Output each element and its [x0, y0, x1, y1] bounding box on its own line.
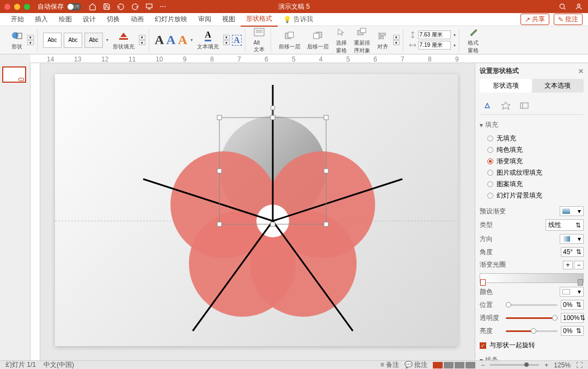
- remove-stop-button[interactable]: −: [574, 261, 584, 269]
- share-button[interactable]: ↗共享: [520, 14, 549, 25]
- wordart-style-1[interactable]: A: [155, 33, 164, 47]
- text-effects-button[interactable]: ▾: [223, 40, 230, 45]
- slide-canvas[interactable]: [30, 63, 475, 360]
- normal-view-button[interactable]: [433, 362, 443, 368]
- tab-review[interactable]: 审阅: [193, 13, 217, 26]
- home-icon[interactable]: [89, 3, 96, 10]
- fill-solid[interactable]: 纯色填充: [487, 144, 584, 156]
- shape-fill-button[interactable]: 形状填充: [111, 29, 137, 52]
- close-icon[interactable]: [4, 4, 10, 10]
- gradient-direction-select[interactable]: ▾: [560, 234, 584, 244]
- zoom-level[interactable]: 125%: [554, 361, 571, 369]
- bring-forward-button[interactable]: 前移一层: [277, 29, 303, 52]
- brightness-slider[interactable]: [506, 330, 558, 332]
- text-fill-button[interactable]: A 文本填充: [195, 29, 221, 52]
- text-box-button[interactable]: ▾: [27, 40, 34, 45]
- selection-pane-button[interactable]: 选择 窗格: [333, 25, 350, 56]
- fill-none[interactable]: 无填充: [487, 133, 584, 144]
- shape-style-3[interactable]: Abc: [84, 33, 103, 48]
- reading-view-button[interactable]: [455, 362, 464, 368]
- group-button[interactable]: ▾: [393, 35, 400, 40]
- fit-to-window-button[interactable]: ⛶: [576, 361, 583, 369]
- shape-style-more[interactable]: ▾: [106, 38, 108, 42]
- shape-style-1[interactable]: Abc: [43, 33, 62, 48]
- save-icon[interactable]: [103, 3, 111, 10]
- tab-start[interactable]: 开始: [5, 13, 29, 26]
- brightness-input[interactable]: 0%⇅: [561, 326, 584, 336]
- position-input[interactable]: 0%⇅: [561, 300, 584, 310]
- account-icon[interactable]: [575, 3, 583, 10]
- comments-button[interactable]: ✎批注: [554, 14, 583, 25]
- shape-style-2[interactable]: Abc: [64, 33, 82, 48]
- slide-thumbnail-1[interactable]: [2, 66, 26, 83]
- close-pane-icon[interactable]: ✕: [578, 67, 584, 75]
- size-properties-icon[interactable]: [519, 100, 530, 111]
- stop-color-select[interactable]: ▾: [560, 287, 584, 297]
- tab-animations[interactable]: 动画: [125, 13, 149, 26]
- zoom-in-button[interactable]: +: [544, 361, 548, 369]
- shape-outline-button[interactable]: ▾: [139, 35, 145, 40]
- gradient-stop-2[interactable]: [578, 279, 583, 286]
- gradient-type-select[interactable]: 线性⇅: [546, 219, 584, 231]
- tab-draw[interactable]: 绘图: [53, 13, 77, 26]
- fill-line-icon[interactable]: [482, 100, 493, 111]
- sorter-view-button[interactable]: [444, 362, 454, 368]
- tell-me[interactable]: 💡 告诉我: [278, 13, 318, 26]
- shape-button[interactable]: 形状: [9, 29, 25, 52]
- undo-icon[interactable]: [117, 3, 125, 10]
- maximize-icon[interactable]: [24, 4, 30, 10]
- tab-design[interactable]: 设计: [77, 13, 101, 26]
- tab-view[interactable]: 视图: [217, 13, 241, 26]
- add-stop-button[interactable]: +: [563, 261, 573, 269]
- alt-text-button[interactable]: Alt 文本: [251, 26, 267, 54]
- fill-pattern[interactable]: 图案填充: [487, 179, 584, 190]
- width-input[interactable]: 7.19 厘米: [418, 41, 451, 50]
- redo-icon[interactable]: [131, 3, 139, 10]
- present-icon[interactable]: [145, 3, 153, 10]
- tab-insert[interactable]: 插入: [29, 13, 53, 26]
- rotate-with-shape-checkbox[interactable]: 与形状一起旋转: [480, 337, 584, 353]
- position-slider[interactable]: [506, 304, 558, 306]
- language[interactable]: 中文(中国): [44, 360, 74, 369]
- angle-input[interactable]: 45°⇅: [561, 247, 584, 257]
- text-style-button[interactable]: A: [232, 35, 242, 46]
- transparency-input[interactable]: 100%⇅: [561, 313, 584, 323]
- search-icon[interactable]: [559, 3, 566, 10]
- preset-gradient-select[interactable]: ▾: [560, 206, 584, 216]
- notes-button[interactable]: ≡ 备注: [381, 360, 399, 369]
- transparency-slider[interactable]: [506, 317, 558, 319]
- effects-icon[interactable]: [500, 100, 511, 111]
- format-pane-button[interactable]: 格式 窗格: [465, 25, 481, 56]
- align-button[interactable]: 对齐: [375, 29, 391, 52]
- edit-shape-button[interactable]: ▾: [27, 35, 34, 40]
- line-section[interactable]: ▾线条: [480, 353, 584, 360]
- rotate-button[interactable]: ▾: [393, 40, 400, 45]
- tab-slideshow[interactable]: 幻灯片放映: [149, 13, 193, 26]
- comments-toggle[interactable]: 💬 批注: [405, 360, 427, 369]
- text-outline-button[interactable]: ▾: [223, 35, 230, 40]
- zoom-out-button[interactable]: −: [481, 361, 485, 369]
- height-input[interactable]: 7.63 厘米: [418, 30, 451, 39]
- shape-icon: [11, 30, 23, 42]
- send-backward-button[interactable]: 后移一层: [305, 29, 331, 52]
- gradient-stops-bar[interactable]: [480, 273, 584, 283]
- wordart-style-2[interactable]: A: [166, 33, 175, 47]
- tab-shape-format[interactable]: 形状格式: [241, 12, 278, 27]
- fill-section[interactable]: ▾填充: [480, 118, 584, 132]
- fill-slide-bg[interactable]: 幻灯片背景填充: [487, 190, 584, 201]
- slideshow-view-button[interactable]: [465, 362, 475, 368]
- wordart-style-3[interactable]: A: [178, 33, 187, 47]
- fill-picture[interactable]: 图片或纹理填充: [487, 167, 584, 179]
- fill-gradient[interactable]: 渐变填充: [487, 156, 584, 167]
- more-icon[interactable]: ⋯: [160, 3, 166, 10]
- shape-options-tab[interactable]: 形状选项: [480, 79, 532, 93]
- zoom-slider[interactable]: [490, 364, 539, 366]
- shape-effects-button[interactable]: ▾: [139, 40, 145, 45]
- minimize-icon[interactable]: [14, 4, 20, 10]
- gradient-stop-1[interactable]: [480, 279, 486, 286]
- wordart-more[interactable]: ▾: [191, 38, 193, 42]
- text-options-tab[interactable]: 文本选项: [532, 79, 584, 93]
- tab-transitions[interactable]: 切换: [101, 13, 125, 26]
- autosave-toggle[interactable]: 自动保存 关闭: [38, 2, 81, 11]
- reorder-button[interactable]: 重新排 序对象: [352, 25, 372, 56]
